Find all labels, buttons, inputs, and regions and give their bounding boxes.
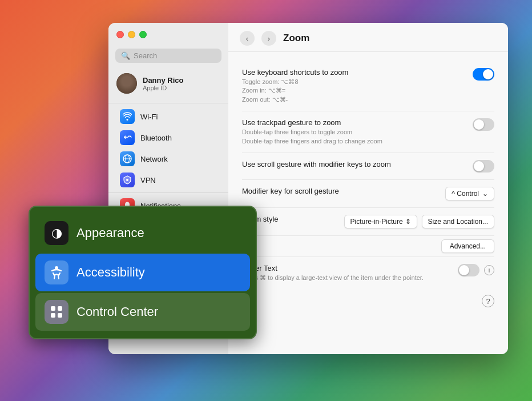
setting-keyboard-shortcuts: Use keyboard shortcuts to zoom Toggle zo… [242,61,494,111]
sidebar-label-wifi: Wi-Fi [140,113,158,121]
trackpad-gesture-toggle[interactable] [473,118,494,131]
hover-text-label: Hover Text Press ⌘ to display a large-te… [242,264,449,282]
setting-label: Use keyboard shortcuts to zoom Toggle zo… [242,68,464,104]
appearance-icon: ◑ [45,221,68,245]
minimize-button[interactable] [128,31,135,38]
dropdown-chevron-icon: ⌄ [482,190,488,198]
setting-title: Use scroll gesture with modifier keys to… [242,160,464,169]
setting-sub: Toggle zoom: ⌥⌘8Zoom in: ⌥⌘=Zoom out: ⌥⌘… [242,78,464,104]
content-body: Use keyboard shortcuts to zoom Toggle zo… [228,52,508,354]
setting-sub: Double-tap three fingers to toggle zoomD… [242,128,464,146]
vpn-icon [120,173,135,187]
search-placeholder: Search [134,51,157,60]
svg-rect-14 [58,313,62,318]
sidebar-item-wifi[interactable]: Wi-Fi [112,106,225,127]
setting-label: Use scroll gesture with modifier keys to… [242,160,464,169]
hover-text-sub: Press ⌘ to display a large-text view of … [242,274,449,282]
setting-trackpad-gesture: Use trackpad gesture to zoom Double-tap … [242,111,494,153]
content-header: ‹ › Zoom [228,23,508,52]
wifi-icon [120,109,135,124]
user-subtitle: Apple ID [143,85,184,91]
sidebar-item-network[interactable]: Network [112,149,225,169]
forward-button[interactable]: › [261,31,276,46]
sidebar-label-bluetooth: Bluetooth [140,134,172,142]
sidebar-item-bluetooth[interactable]: ⬿ Bluetooth [112,127,225,148]
back-button[interactable]: ‹ [240,31,255,46]
hover-text-control: i [458,264,494,276]
close-button[interactable] [116,31,124,38]
main-content: ‹ › Zoom Use keyboard shortcuts to zoom … [228,23,508,354]
svg-rect-12 [58,306,62,311]
scroll-gesture-toggle[interactable] [473,160,494,173]
setting-control [473,68,494,81]
sidebar-label-vpn: VPN [140,176,156,185]
search-box[interactable]: 🔍 Search [115,49,221,63]
toggle-knob [474,161,484,171]
advanced-btn-row: Advanced... [242,236,494,256]
advanced-button[interactable]: Advanced... [441,239,494,253]
help-btn-wrap: ? [242,289,494,313]
hover-text-setting: Hover Text Press ⌘ to display a large-te… [242,256,494,289]
setting-scroll-gesture: Use scroll gesture with modifier keys to… [242,153,494,180]
maximize-button[interactable] [139,31,147,38]
network-icon [120,151,135,166]
help-button[interactable]: ? [482,295,494,307]
toggle-knob [483,69,493,79]
control-center-icon [45,300,68,324]
hover-text-toggle[interactable] [458,264,479,276]
window-traffic-lights [116,31,147,38]
user-profile[interactable]: Danny Rico Apple ID [108,69,228,101]
zoom-style-value: Picture-in-Picture [350,218,403,226]
setting-title: Modifier key for scroll gesture [242,187,436,195]
modifier-key-dropdown[interactable]: ^ Control ⌄ [445,187,494,201]
sidebar-divider-2 [108,193,228,193]
setting-label: Modifier key for scroll gesture [242,187,436,195]
setting-control [473,118,494,131]
zoomed-item-control-center[interactable]: Control Center [35,293,250,331]
zoom-style-dropdown[interactable]: Picture-in-Picture ⇕ [344,215,417,228]
zoom-style-chevrons: ⇕ [405,218,411,226]
user-name: Danny Rico [143,76,184,85]
hover-text-info-button[interactable]: i [484,265,494,275]
setting-control: ^ Control ⌄ [445,187,494,201]
appearance-label: Appearance [76,226,144,240]
bluetooth-icon: ⬿ [120,130,135,145]
toggle-knob [459,265,469,275]
accessibility-icon [45,260,68,284]
svg-rect-11 [51,306,55,311]
setting-label: Use trackpad gesture to zoom Double-tap … [242,118,464,146]
sidebar-divider [108,103,228,103]
setting-title: Use keyboard shortcuts to zoom [242,68,464,77]
search-icon: 🔍 [121,51,130,60]
zoomed-item-appearance[interactable]: ◑ Appearance [35,214,250,252]
zoomed-item-accessibility[interactable]: Accessibility [35,254,250,291]
accessibility-label: Accessibility [76,265,145,280]
dropdown-value: ^ Control [452,190,479,198]
setting-control [473,160,494,173]
user-info: Danny Rico Apple ID [143,76,184,91]
control-center-label: Control Center [76,304,158,319]
zoom-style-control: Picture-in-Picture ⇕ Size and Location..… [344,215,494,228]
page-title: Zoom [283,33,309,44]
avatar [116,73,137,94]
setting-title: Use trackpad gesture to zoom [242,118,464,127]
size-location-button[interactable]: Size and Location... [422,215,494,228]
zoomed-popup: ◑ Appearance Accessibility Control Cente [29,206,257,339]
sidebar-item-vpn[interactable]: VPN [112,170,225,190]
keyboard-shortcuts-toggle[interactable] [473,68,494,81]
setting-zoom-style: Zoom style Picture-in-Picture ⇕ Size and… [242,208,494,236]
svg-rect-13 [51,313,55,318]
toggle-knob [474,119,484,130]
setting-modifier-key: Modifier key for scroll gesture ^ Contro… [242,180,494,208]
svg-point-3 [126,179,128,181]
sidebar-label-network: Network [140,155,168,163]
hover-text-title: Hover Text [242,264,449,272]
